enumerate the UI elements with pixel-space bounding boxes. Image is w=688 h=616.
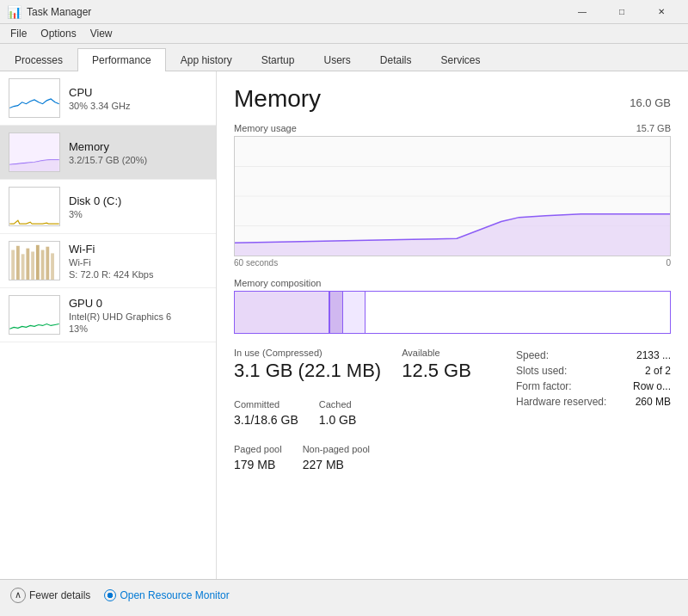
stat-available-value: 12.5 GB	[402, 360, 471, 382]
comp-free	[366, 292, 670, 333]
tab-startup[interactable]: Startup	[247, 48, 310, 71]
tab-bar: Processes Performance App history Startu…	[0, 44, 688, 71]
chart-label: Memory usage	[234, 123, 297, 133]
disk-detail: 3%	[69, 209, 207, 219]
chart-label-row: Memory usage 15.7 GB	[234, 123, 671, 133]
memory-panel: Memory 16.0 GB Memory usage 15.7 GB	[217, 71, 688, 579]
stats-row3: Paged pool 179 MB Non-paged pool 227 MB	[234, 444, 516, 482]
tab-processes[interactable]: Processes	[0, 48, 77, 71]
window-controls: — □ ✕	[562, 0, 681, 24]
svg-rect-8	[41, 250, 45, 280]
app-icon: 📊	[7, 5, 22, 19]
sidebar-item-memory[interactable]: Memory 3.2/15.7 GB (20%)	[0, 126, 216, 180]
stats-area: In use (Compressed) 3.1 GB (22.1 MB) Ava…	[234, 348, 671, 482]
chart-max: 15.7 GB	[636, 123, 671, 133]
tab-users[interactable]: Users	[309, 48, 365, 71]
stats-speed-row: Speed: 2133 ...	[516, 349, 671, 361]
disk-mini-graph	[9, 187, 60, 226]
svg-rect-9	[46, 247, 49, 280]
cpu-detail: 30% 3.34 GHz	[69, 101, 207, 111]
fewer-details-label: Fewer details	[29, 589, 90, 601]
stat-cached-label: Cached	[319, 399, 357, 410]
sidebar: CPU 30% 3.34 GHz Memory 3.2/15.7 GB (20%…	[0, 71, 217, 579]
tab-services[interactable]: Services	[427, 48, 495, 71]
tab-app-history[interactable]: App history	[166, 48, 247, 71]
gpu-detail2: 13%	[69, 323, 207, 334]
tab-details[interactable]: Details	[366, 48, 427, 71]
stat-available-label: Available	[402, 348, 471, 358]
wifi-info: Wi-Fi Wi-Fi S: 72.0 R: 424 Kbps	[69, 243, 207, 280]
comp-standby	[343, 292, 365, 333]
stats-form-label: Form factor:	[516, 380, 572, 392]
svg-rect-7	[36, 245, 40, 280]
gpu-detail1: Intel(R) UHD Graphics 6	[69, 311, 207, 322]
maximize-button[interactable]: □	[602, 0, 642, 24]
main-content: CPU 30% 3.34 GHz Memory 3.2/15.7 GB (20%…	[0, 71, 688, 579]
stats-speed-value: 2133 ...	[636, 349, 671, 361]
stat-in-use: In use (Compressed) 3.1 GB (22.1 MB)	[234, 348, 381, 382]
sidebar-item-gpu[interactable]: GPU 0 Intel(R) UHD Graphics 6 13%	[0, 288, 216, 342]
menu-file[interactable]: File	[3, 26, 34, 41]
composition-bar	[234, 291, 671, 334]
memory-info: Memory 3.2/15.7 GB (20%)	[69, 140, 207, 165]
app-title: Task Manager	[27, 6, 91, 18]
stats-slots-value: 2 of 2	[645, 365, 671, 377]
stat-cached: Cached 1.0 GB	[319, 399, 357, 427]
stat-nonpaged-value: 227 MB	[303, 458, 370, 471]
title-bar: 📊 Task Manager — □ ✕	[0, 0, 688, 24]
memory-mini-graph	[9, 132, 60, 172]
panel-header: Memory 16.0 GB	[234, 85, 671, 113]
gpu-name: GPU 0	[69, 297, 207, 310]
cpu-name: CPU	[69, 86, 207, 99]
svg-rect-4	[22, 254, 25, 280]
menu-bar: File Options View	[0, 24, 688, 44]
bottom-bar: ∧ Fewer details Open Resource Monitor	[0, 579, 688, 610]
stat-in-use-label: In use (Compressed)	[234, 348, 381, 358]
open-resource-monitor-button[interactable]: Open Resource Monitor	[104, 589, 229, 601]
cpu-mini-graph	[9, 78, 60, 118]
chevron-up-icon: ∧	[10, 588, 26, 603]
sidebar-item-cpu[interactable]: CPU 30% 3.34 GHz	[0, 71, 216, 126]
stats-form-row: Form factor: Row o...	[516, 380, 671, 392]
panel-title: Memory	[234, 85, 321, 113]
disk-info: Disk 0 (C:) 3%	[69, 194, 207, 219]
minimize-button[interactable]: —	[562, 0, 602, 24]
stat-paged-label: Paged pool	[234, 444, 282, 454]
gpu-mini-graph	[9, 295, 60, 335]
svg-rect-10	[51, 253, 54, 280]
panel-total: 16.0 GB	[630, 96, 671, 109]
stats-hwreserved-row: Hardware reserved: 260 MB	[516, 396, 671, 408]
comp-in-use	[235, 292, 330, 333]
sidebar-item-wifi[interactable]: Wi-Fi Wi-Fi S: 72.0 R: 424 Kbps	[0, 234, 216, 288]
stats-speed-label: Speed:	[516, 349, 549, 361]
title-bar-left: 📊 Task Manager	[7, 5, 91, 19]
menu-view[interactable]: View	[83, 26, 120, 41]
wifi-name: Wi-Fi	[69, 243, 207, 256]
composition-section: Memory composition	[234, 278, 671, 334]
stats-row2: Committed 3.1/18.6 GB Cached 1.0 GB	[234, 399, 516, 437]
stat-paged: Paged pool 179 MB	[234, 444, 282, 471]
wifi-detail1: Wi-Fi	[69, 257, 207, 268]
stat-committed-value: 3.1/18.6 GB	[234, 413, 298, 427]
comp-modified	[330, 292, 343, 333]
stat-nonpaged: Non-paged pool 227 MB	[303, 444, 370, 471]
menu-options[interactable]: Options	[34, 26, 83, 41]
stat-in-use-value: 3.1 GB (22.1 MB)	[234, 360, 381, 382]
chart-time-start: 60 seconds	[234, 258, 278, 268]
stats-hwreserved-label: Hardware reserved:	[516, 396, 606, 408]
svg-rect-2	[11, 250, 15, 280]
svg-rect-3	[16, 246, 20, 280]
stats-row1: In use (Compressed) 3.1 GB (22.1 MB) Ava…	[234, 348, 516, 392]
memory-usage-section: Memory usage 15.7 GB 60 seconds 0	[234, 123, 671, 268]
disk-name: Disk 0 (C:)	[69, 194, 207, 207]
stats-right: Speed: 2133 ... Slots used: 2 of 2 Form …	[516, 348, 671, 482]
tab-performance[interactable]: Performance	[77, 48, 166, 71]
chart-time-row: 60 seconds 0	[234, 258, 671, 268]
close-button[interactable]: ✕	[642, 0, 681, 24]
svg-rect-5	[26, 249, 29, 280]
sidebar-item-disk[interactable]: Disk 0 (C:) 3%	[0, 180, 216, 234]
stat-committed-label: Committed	[234, 399, 298, 410]
fewer-details-button[interactable]: ∧ Fewer details	[10, 588, 90, 603]
memory-detail: 3.2/15.7 GB (20%)	[69, 155, 207, 165]
monitor-icon	[104, 589, 116, 601]
